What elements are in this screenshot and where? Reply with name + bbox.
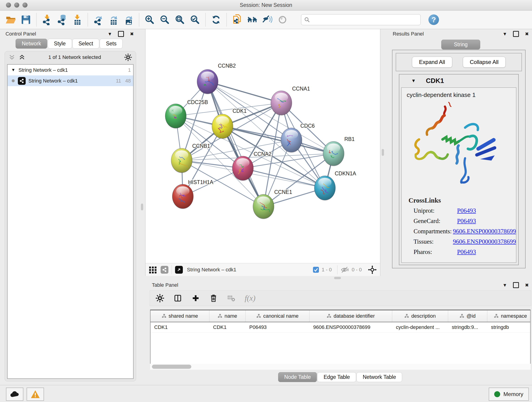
tree-expand-icon[interactable]: ▼ [11, 68, 15, 72]
table-cell: cyclin-dependent ... [392, 322, 448, 332]
network-node-HIST1H1A[interactable]: HIST1H1A [172, 179, 214, 209]
tab-edge-table[interactable]: Edge Table [317, 372, 356, 382]
open-session-icon[interactable] [3, 13, 18, 27]
tab-network-table[interactable]: Network Table [356, 372, 402, 382]
cloud-icon[interactable] [6, 388, 23, 401]
tab-sets[interactable]: Sets [100, 39, 123, 49]
selection-checkbox-icon[interactable] [312, 266, 319, 273]
birdseye-grid-icon[interactable] [149, 266, 157, 274]
tab-style[interactable]: Style [48, 39, 72, 49]
network-node-CDC6[interactable]: CDC6 [281, 123, 315, 153]
float-panel-icon[interactable] [513, 282, 519, 288]
collapse-all-button[interactable]: Collapse All [463, 57, 506, 68]
splitter-handle[interactable] [141, 204, 143, 211]
close-panel-icon[interactable]: ✖ [525, 282, 529, 288]
network-node-RB1[interactable]: RB1 [323, 136, 355, 166]
center-crosshair-icon[interactable] [368, 265, 377, 274]
export-network-icon[interactable] [91, 13, 106, 27]
table-row[interactable]: CDK1CDK1P064939606.ENSP00000378699cyclin… [151, 322, 530, 332]
network-collection-label: String Network – cdk1 [19, 67, 68, 73]
search-input[interactable] [310, 17, 409, 23]
table-header-row: shared namenamecanonical namedatabase id… [151, 310, 530, 322]
network-node-label: CDKN1A [335, 171, 356, 177]
column-header--id[interactable]: @id [448, 310, 487, 322]
network-options-gear-icon[interactable] [124, 53, 132, 61]
zoom-selected-icon[interactable] [187, 13, 203, 27]
zoom-fit-icon[interactable] [172, 13, 187, 27]
close-panel-icon[interactable]: ✖ [525, 31, 529, 37]
node-description: cyclin-dependent kinase 1 [402, 88, 516, 99]
network-tab-body: 1 of 1 Network selected ▼ String Network… [5, 51, 136, 381]
hide-selected-icon[interactable] [260, 13, 275, 27]
chevron-double-up-icon[interactable] [19, 54, 25, 61]
memory-status-dot [494, 391, 500, 397]
network-edge[interactable] [208, 82, 281, 103]
collapse-panel-icon[interactable]: ▼ [108, 32, 112, 37]
network-node-CDKN1A[interactable]: CDKN1A [314, 171, 356, 201]
node-count: 11 [116, 78, 121, 84]
collapse-panel-icon[interactable]: ▼ [502, 283, 507, 288]
scrollbar-thumb[interactable] [152, 365, 191, 369]
float-panel-icon[interactable] [513, 31, 519, 37]
network-tree-row[interactable]: String Network – cdk1 11 48 [7, 75, 133, 86]
crosslink-link[interactable]: P06493 [457, 249, 476, 255]
hidden-count: 0 - 0 [352, 267, 362, 273]
zoom-out-icon[interactable] [157, 13, 172, 27]
column-header-description[interactable]: description [392, 310, 448, 322]
column-header-database-identifier[interactable]: database identifier [310, 310, 392, 322]
save-session-icon[interactable] [18, 13, 33, 27]
open-in-new-icon[interactable] [175, 266, 183, 274]
crosslink-link[interactable]: 9606.ENSP00000378699 [453, 238, 516, 245]
hidden-eye-icon[interactable] [341, 266, 349, 274]
tab-string[interactable]: String [441, 40, 480, 50]
table-horizontal-scrollbar[interactable] [150, 364, 531, 370]
refresh-icon[interactable] [209, 13, 224, 27]
network-view[interactable]: CCNB2CCNA1CDC25BCDK1CDC6RB1CCNB1CCNA2CDK… [145, 29, 380, 276]
network-canvas[interactable]: CCNB2CCNA1CDC25BCDK1CDC6RB1CCNB1CCNA2CDK… [146, 29, 380, 263]
import-network-file-icon[interactable] [39, 13, 55, 27]
crosslink-row: Tissues:9606.ENSP00000378699 [402, 236, 516, 247]
show-columns-icon[interactable] [173, 294, 182, 303]
export-table-icon[interactable] [106, 13, 121, 27]
expand-all-button[interactable]: Expand All [412, 57, 452, 68]
crosslink-link[interactable]: 9606.ENSP00000378699 [453, 228, 516, 235]
export-image-icon[interactable] [121, 13, 136, 27]
column-header-shared-name[interactable]: shared name [151, 310, 209, 322]
network-node-CDK1[interactable]: CDK1 [212, 108, 247, 139]
close-panel-icon[interactable]: ✖ [130, 31, 134, 37]
show-all-icon[interactable] [245, 13, 260, 27]
splitter-handle[interactable] [382, 149, 384, 156]
crosslink-link[interactable]: P06493 [457, 217, 476, 224]
network-edge[interactable] [243, 168, 325, 188]
chevron-double-down-icon[interactable] [8, 54, 15, 61]
collapse-panel-icon[interactable]: ▼ [502, 32, 507, 37]
network-tree-root-row[interactable]: ▼ String Network – cdk1 1 [7, 65, 133, 75]
tab-select[interactable]: Select [72, 39, 99, 49]
tab-network[interactable]: Network [16, 39, 47, 49]
float-panel-icon[interactable] [118, 31, 124, 37]
node-result-section: ▼ CDK1 cyclin-dependent kinase 1 [399, 74, 519, 265]
network-node-CCNE1[interactable]: CCNE1 [253, 189, 292, 219]
network-edge[interactable] [208, 82, 264, 206]
help-icon[interactable] [428, 14, 439, 25]
table-options-gear-icon[interactable] [155, 294, 165, 303]
crosslink-link[interactable]: P06493 [457, 207, 476, 214]
import-network-database-icon[interactable] [55, 13, 70, 27]
add-column-icon[interactable] [191, 294, 200, 303]
network-view-toolbar: String Network – cdk1 1 - 0 0 - 0 [146, 263, 380, 276]
toggle-view-icon[interactable] [275, 13, 290, 27]
clone-network-icon[interactable] [230, 13, 245, 27]
zoom-in-icon[interactable] [142, 13, 157, 27]
splitter-handle[interactable] [334, 277, 341, 279]
memory-button[interactable]: Memory [489, 388, 529, 401]
column-header-name[interactable]: name [209, 310, 246, 322]
warning-icon[interactable] [27, 388, 44, 401]
delete-column-icon[interactable] [209, 294, 218, 303]
tab-node-table[interactable]: Node Table [278, 372, 317, 382]
share-network-icon[interactable] [161, 266, 168, 274]
column-header-canonical-name[interactable]: canonical name [246, 310, 310, 322]
toolbar-divider [36, 13, 37, 26]
import-table-file-icon[interactable] [70, 13, 85, 27]
column-header-namespace[interactable]: namespace [487, 310, 531, 322]
section-collapse-icon[interactable]: ▼ [411, 78, 416, 83]
